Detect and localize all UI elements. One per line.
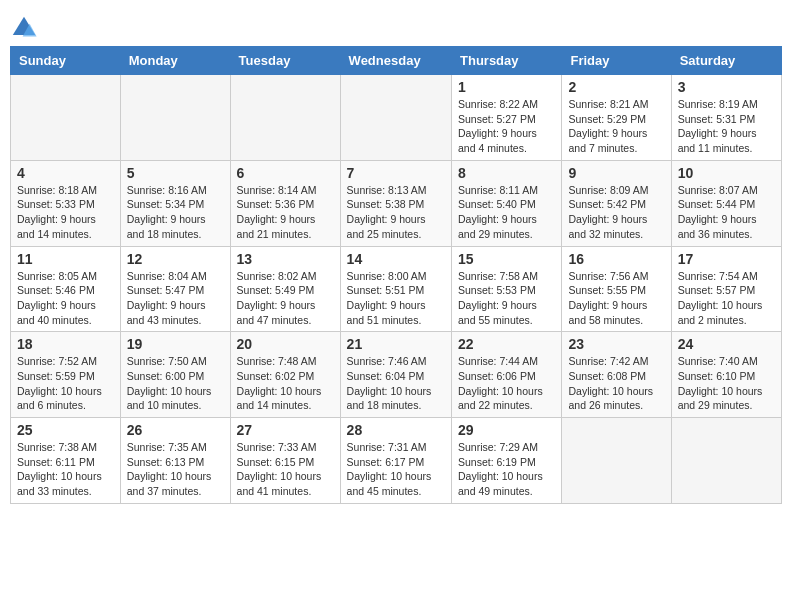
calendar-cell	[230, 75, 340, 161]
calendar-week-row: 18Sunrise: 7:52 AM Sunset: 5:59 PM Dayli…	[11, 332, 782, 418]
calendar-cell: 24Sunrise: 7:40 AM Sunset: 6:10 PM Dayli…	[671, 332, 781, 418]
day-number: 4	[17, 165, 114, 181]
day-info: Sunrise: 7:35 AM Sunset: 6:13 PM Dayligh…	[127, 440, 224, 499]
calendar-cell	[11, 75, 121, 161]
day-number: 29	[458, 422, 555, 438]
day-number: 15	[458, 251, 555, 267]
day-info: Sunrise: 8:09 AM Sunset: 5:42 PM Dayligh…	[568, 183, 664, 242]
day-number: 11	[17, 251, 114, 267]
calendar-cell: 27Sunrise: 7:33 AM Sunset: 6:15 PM Dayli…	[230, 418, 340, 504]
day-info: Sunrise: 8:19 AM Sunset: 5:31 PM Dayligh…	[678, 97, 775, 156]
calendar-cell: 1Sunrise: 8:22 AM Sunset: 5:27 PM Daylig…	[452, 75, 562, 161]
calendar-table: SundayMondayTuesdayWednesdayThursdayFrid…	[10, 46, 782, 504]
day-info: Sunrise: 7:29 AM Sunset: 6:19 PM Dayligh…	[458, 440, 555, 499]
calendar-cell	[340, 75, 451, 161]
day-info: Sunrise: 7:44 AM Sunset: 6:06 PM Dayligh…	[458, 354, 555, 413]
day-number: 20	[237, 336, 334, 352]
calendar-cell	[671, 418, 781, 504]
day-number: 6	[237, 165, 334, 181]
calendar-cell: 15Sunrise: 7:58 AM Sunset: 5:53 PM Dayli…	[452, 246, 562, 332]
calendar-cell: 18Sunrise: 7:52 AM Sunset: 5:59 PM Dayli…	[11, 332, 121, 418]
logo	[10, 14, 40, 42]
day-info: Sunrise: 7:56 AM Sunset: 5:55 PM Dayligh…	[568, 269, 664, 328]
day-number: 22	[458, 336, 555, 352]
calendar-cell	[562, 418, 671, 504]
calendar-week-row: 1Sunrise: 8:22 AM Sunset: 5:27 PM Daylig…	[11, 75, 782, 161]
calendar-cell: 6Sunrise: 8:14 AM Sunset: 5:36 PM Daylig…	[230, 160, 340, 246]
day-number: 24	[678, 336, 775, 352]
calendar-cell: 21Sunrise: 7:46 AM Sunset: 6:04 PM Dayli…	[340, 332, 451, 418]
calendar-cell: 17Sunrise: 7:54 AM Sunset: 5:57 PM Dayli…	[671, 246, 781, 332]
calendar-cell: 13Sunrise: 8:02 AM Sunset: 5:49 PM Dayli…	[230, 246, 340, 332]
day-info: Sunrise: 7:48 AM Sunset: 6:02 PM Dayligh…	[237, 354, 334, 413]
day-info: Sunrise: 8:00 AM Sunset: 5:51 PM Dayligh…	[347, 269, 445, 328]
weekday-header: Saturday	[671, 47, 781, 75]
day-info: Sunrise: 8:22 AM Sunset: 5:27 PM Dayligh…	[458, 97, 555, 156]
calendar-week-row: 11Sunrise: 8:05 AM Sunset: 5:46 PM Dayli…	[11, 246, 782, 332]
calendar-cell: 28Sunrise: 7:31 AM Sunset: 6:17 PM Dayli…	[340, 418, 451, 504]
day-info: Sunrise: 7:46 AM Sunset: 6:04 PM Dayligh…	[347, 354, 445, 413]
calendar-cell: 7Sunrise: 8:13 AM Sunset: 5:38 PM Daylig…	[340, 160, 451, 246]
day-info: Sunrise: 7:50 AM Sunset: 6:00 PM Dayligh…	[127, 354, 224, 413]
day-info: Sunrise: 8:04 AM Sunset: 5:47 PM Dayligh…	[127, 269, 224, 328]
day-info: Sunrise: 8:02 AM Sunset: 5:49 PM Dayligh…	[237, 269, 334, 328]
weekday-header: Monday	[120, 47, 230, 75]
calendar-cell: 29Sunrise: 7:29 AM Sunset: 6:19 PM Dayli…	[452, 418, 562, 504]
day-info: Sunrise: 7:31 AM Sunset: 6:17 PM Dayligh…	[347, 440, 445, 499]
day-number: 25	[17, 422, 114, 438]
calendar-cell: 5Sunrise: 8:16 AM Sunset: 5:34 PM Daylig…	[120, 160, 230, 246]
header	[10, 10, 782, 42]
day-number: 14	[347, 251, 445, 267]
weekday-header: Sunday	[11, 47, 121, 75]
calendar-week-row: 25Sunrise: 7:38 AM Sunset: 6:11 PM Dayli…	[11, 418, 782, 504]
day-number: 23	[568, 336, 664, 352]
calendar-cell: 19Sunrise: 7:50 AM Sunset: 6:00 PM Dayli…	[120, 332, 230, 418]
day-number: 1	[458, 79, 555, 95]
day-number: 16	[568, 251, 664, 267]
day-info: Sunrise: 7:42 AM Sunset: 6:08 PM Dayligh…	[568, 354, 664, 413]
day-number: 26	[127, 422, 224, 438]
day-number: 8	[458, 165, 555, 181]
day-info: Sunrise: 8:16 AM Sunset: 5:34 PM Dayligh…	[127, 183, 224, 242]
calendar-cell: 22Sunrise: 7:44 AM Sunset: 6:06 PM Dayli…	[452, 332, 562, 418]
day-number: 19	[127, 336, 224, 352]
weekday-header: Friday	[562, 47, 671, 75]
day-number: 13	[237, 251, 334, 267]
day-number: 9	[568, 165, 664, 181]
calendar-cell: 9Sunrise: 8:09 AM Sunset: 5:42 PM Daylig…	[562, 160, 671, 246]
day-number: 17	[678, 251, 775, 267]
day-number: 5	[127, 165, 224, 181]
day-info: Sunrise: 7:52 AM Sunset: 5:59 PM Dayligh…	[17, 354, 114, 413]
calendar-cell: 25Sunrise: 7:38 AM Sunset: 6:11 PM Dayli…	[11, 418, 121, 504]
day-info: Sunrise: 8:11 AM Sunset: 5:40 PM Dayligh…	[458, 183, 555, 242]
weekday-header-row: SundayMondayTuesdayWednesdayThursdayFrid…	[11, 47, 782, 75]
calendar-cell: 11Sunrise: 8:05 AM Sunset: 5:46 PM Dayli…	[11, 246, 121, 332]
calendar-cell: 14Sunrise: 8:00 AM Sunset: 5:51 PM Dayli…	[340, 246, 451, 332]
weekday-header: Tuesday	[230, 47, 340, 75]
day-number: 2	[568, 79, 664, 95]
calendar-cell: 12Sunrise: 8:04 AM Sunset: 5:47 PM Dayli…	[120, 246, 230, 332]
day-info: Sunrise: 7:40 AM Sunset: 6:10 PM Dayligh…	[678, 354, 775, 413]
day-number: 28	[347, 422, 445, 438]
day-info: Sunrise: 8:18 AM Sunset: 5:33 PM Dayligh…	[17, 183, 114, 242]
day-info: Sunrise: 8:13 AM Sunset: 5:38 PM Dayligh…	[347, 183, 445, 242]
day-info: Sunrise: 7:54 AM Sunset: 5:57 PM Dayligh…	[678, 269, 775, 328]
day-number: 10	[678, 165, 775, 181]
day-info: Sunrise: 7:33 AM Sunset: 6:15 PM Dayligh…	[237, 440, 334, 499]
weekday-header: Thursday	[452, 47, 562, 75]
calendar-week-row: 4Sunrise: 8:18 AM Sunset: 5:33 PM Daylig…	[11, 160, 782, 246]
calendar-cell: 20Sunrise: 7:48 AM Sunset: 6:02 PM Dayli…	[230, 332, 340, 418]
day-number: 7	[347, 165, 445, 181]
day-number: 3	[678, 79, 775, 95]
logo-icon	[10, 14, 38, 42]
day-info: Sunrise: 8:05 AM Sunset: 5:46 PM Dayligh…	[17, 269, 114, 328]
calendar-cell: 8Sunrise: 8:11 AM Sunset: 5:40 PM Daylig…	[452, 160, 562, 246]
day-info: Sunrise: 8:21 AM Sunset: 5:29 PM Dayligh…	[568, 97, 664, 156]
day-info: Sunrise: 7:38 AM Sunset: 6:11 PM Dayligh…	[17, 440, 114, 499]
day-info: Sunrise: 7:58 AM Sunset: 5:53 PM Dayligh…	[458, 269, 555, 328]
calendar-cell: 2Sunrise: 8:21 AM Sunset: 5:29 PM Daylig…	[562, 75, 671, 161]
day-number: 27	[237, 422, 334, 438]
day-number: 12	[127, 251, 224, 267]
calendar-cell: 4Sunrise: 8:18 AM Sunset: 5:33 PM Daylig…	[11, 160, 121, 246]
day-number: 18	[17, 336, 114, 352]
